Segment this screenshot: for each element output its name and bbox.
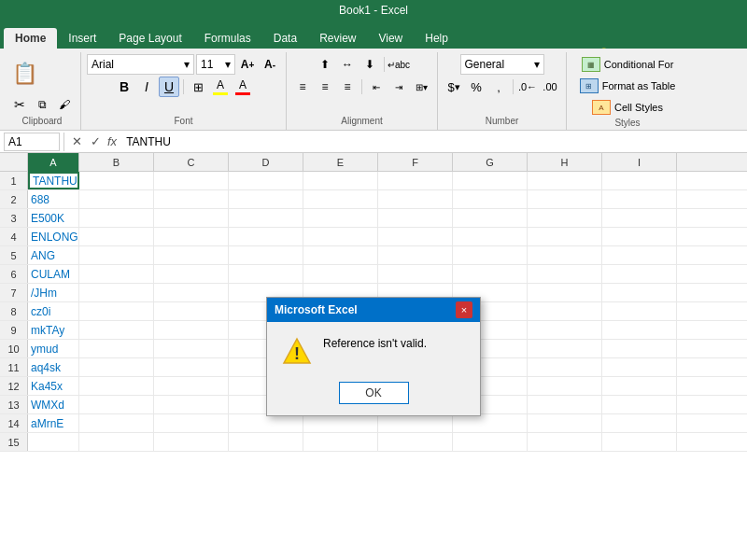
conditional-formatting-icon: ▦ [582,57,600,72]
clipboard-label: Clipboard [9,116,75,128]
font-color-button[interactable]: A [233,77,253,97]
fill-color-icon: A [217,78,224,91]
dialog-overlay: Microsoft Excel × ! Reference isn't vali… [0,153,747,560]
borders-button[interactable]: ⊞ [188,77,208,97]
format-painter-button[interactable]: 🖌 [54,94,75,115]
paste-button[interactable]: 📋 [9,56,39,91]
tab-home[interactable]: Home [4,28,57,49]
dialog-buttons: OK [267,378,480,415]
align-top-button[interactable]: ⬆ [315,54,335,75]
comma-button[interactable]: , [488,77,509,97]
fx-label: fx [107,134,117,148]
wrap-text-button[interactable]: ↵abc [388,54,409,75]
format-as-table-label: Format as Table [602,80,676,91]
font-label: Font [87,116,280,128]
svg-text:!: ! [294,344,300,363]
number-format-value: General [465,58,505,71]
warning-icon: ! [282,337,312,367]
format-as-table-button[interactable]: ⊞ Format as Table [576,76,680,96]
align-bottom-button[interactable]: ⬇ [359,54,380,75]
align-middle-button[interactable]: ↔ [337,54,358,75]
percent-button[interactable]: % [466,77,486,97]
cell-styles-button[interactable]: A Cell Styles [588,97,667,118]
tab-insert[interactable]: Insert [57,28,107,49]
ribbon: 📋 ✂ ⧉ 🖌 Clipboard Arial ▾ 11 ▾ [0,49,747,131]
cut-button[interactable]: ✂ [9,94,30,115]
number-label: Number [444,116,560,128]
font-name-chevron: ▾ [184,58,190,71]
merge-center-button[interactable]: ⊞▾ [411,77,431,97]
currency-button[interactable]: $▾ [444,77,464,97]
dialog-body: ! Reference isn't valid. [267,322,480,378]
spreadsheet: A B C D E F G H I 1TANTHU26883E500K4ENLO… [0,153,747,560]
cell-styles-label: Cell Styles [614,102,663,113]
decrease-indent-button[interactable]: ⇤ [366,77,387,97]
align-left-button[interactable]: ≡ [292,77,313,97]
italic-button[interactable]: I [136,77,157,97]
conditional-formatting-label: Conditional For [604,59,674,70]
number-format-dropdown[interactable]: General ▾ [460,54,544,75]
tab-view[interactable]: View [367,28,414,49]
title-bar: Book1 - Excel [0,0,747,21]
accept-formula-button[interactable]: ✓ [87,133,104,150]
font-size-chevron: ▾ [225,58,231,71]
dialog-title: Microsoft Excel [275,303,358,316]
font-size-value: 11 [201,58,213,71]
title-text: Book1 - Excel [339,4,408,17]
tab-data[interactable]: Data [262,28,308,49]
cancel-formula-button[interactable]: ✕ [68,133,85,150]
format-as-table-icon: ⊞ [580,78,599,93]
ribbon-group-number: General ▾ $▾ % , .0← .00 Number [438,52,567,130]
underline-button[interactable]: U [159,77,179,97]
bold-button[interactable]: B [114,77,134,97]
name-box[interactable]: A1 [4,133,60,151]
font-shrink-button[interactable]: A- [260,54,280,75]
increase-indent-button[interactable]: ⇥ [388,77,409,97]
increase-decimal-button[interactable]: .00 [540,77,560,97]
ribbon-group-styles: ▦ Conditional For ⊞ Format as Table A Ce… [567,52,688,130]
tab-page-layout[interactable]: Page Layout [107,28,192,49]
dialog-titlebar: Microsoft Excel × [267,298,480,322]
tab-review[interactable]: Review [308,28,367,49]
copy-button[interactable]: ⧉ [32,94,52,115]
decrease-decimal-button[interactable]: .0← [517,77,538,97]
tab-formulas[interactable]: Formulas [193,28,262,49]
font-size-dropdown[interactable]: 11 ▾ [196,54,235,75]
ribbon-group-alignment: ⬆ ↔ ⬇ ↵abc ≡ ≡ ≡ ⇤ ⇥ ⊞▾ Alignment [287,52,438,130]
alignment-label: Alignment [292,116,431,128]
align-right-button[interactable]: ≡ [337,77,358,97]
number-format-chevron: ▾ [534,58,540,71]
tab-help[interactable]: Help [414,28,459,49]
font-color-icon: A [239,78,247,91]
font-name-dropdown[interactable]: Arial ▾ [87,54,194,75]
ribbon-group-font: Arial ▾ 11 ▾ A+ A- B I U ⊞ A [81,52,287,130]
formula-content[interactable]: TANTHU [122,135,743,148]
cell-styles-icon: A [592,100,611,115]
conditional-formatting-button[interactable]: ▦ Conditional For [578,54,678,75]
font-grow-button[interactable]: A+ [237,54,258,75]
ribbon-group-clipboard: 📋 ✂ ⧉ 🖌 Clipboard [4,52,81,130]
styles-label: Styles [572,118,683,130]
dialog-ok-button[interactable]: OK [339,382,409,404]
dialog-message: Reference isn't valid. [323,337,427,350]
formula-bar: A1 ✕ ✓ fx TANTHU [0,131,747,153]
fill-color-button[interactable]: A [210,77,231,97]
align-center-button[interactable]: ≡ [315,77,335,97]
error-dialog: Microsoft Excel × ! Reference isn't vali… [266,297,481,416]
font-name-value: Arial [92,58,114,71]
dialog-close-button[interactable]: × [456,301,472,318]
